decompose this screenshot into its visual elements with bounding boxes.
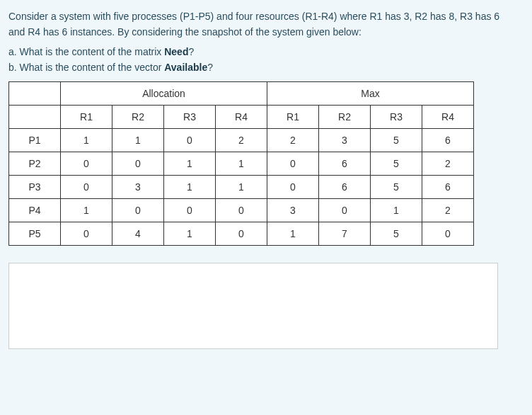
question-a-prefix: a. What is the content of the matrix [8, 46, 164, 57]
row-label: P4 [9, 198, 61, 222]
answer-input-area[interactable] [8, 263, 498, 349]
col-max-r4: R4 [422, 105, 474, 128]
question-b-suffix: ? [207, 62, 213, 73]
max-header: Max [267, 81, 474, 105]
intro-part: Consider a system with five processes (P… [8, 11, 404, 22]
cell: 3 [267, 198, 319, 222]
cell: 1 [164, 222, 216, 245]
cell: 6 [319, 175, 371, 198]
col-max-r2: R2 [319, 105, 371, 128]
table-row: P3 0 3 1 1 0 6 5 6 [9, 175, 474, 198]
cell: 6 [422, 175, 474, 198]
table-row: P1 1 1 0 2 2 3 5 6 [9, 128, 474, 152]
cell: 1 [371, 198, 422, 222]
intro-part: , R3 has [454, 11, 494, 22]
cell: 0 [319, 198, 371, 222]
intro-part: and R4 has [8, 26, 62, 38]
allocation-header: Allocation [61, 81, 267, 105]
cell: 0 [61, 175, 112, 198]
r3-total: 6 [494, 11, 499, 22]
intro-part: instances. By considering the snapshot o… [67, 26, 362, 38]
cell: 1 [164, 175, 216, 198]
question-a-suffix: ? [188, 46, 194, 57]
question-a-bold: Need [164, 46, 188, 57]
cell: 1 [61, 128, 112, 152]
col-alloc-r4: R4 [216, 105, 267, 128]
cell: 5 [371, 175, 422, 198]
cell: 2 [422, 198, 474, 222]
table-row: P4 1 0 0 0 3 0 1 2 [9, 198, 474, 222]
question-a: a. What is the content of the matrix Nee… [8, 46, 524, 57]
cell: 3 [112, 175, 164, 198]
cell: 0 [216, 198, 267, 222]
cell: 0 [61, 152, 112, 175]
cell: 0 [267, 175, 319, 198]
cell: 5 [371, 222, 422, 245]
intro-part: , R2 has [409, 11, 449, 22]
cell: 0 [216, 222, 267, 245]
cell: 1 [164, 152, 216, 175]
cell: 1 [112, 128, 164, 152]
cell: 5 [371, 128, 422, 152]
cell: 7 [319, 222, 371, 245]
cell: 1 [267, 222, 319, 245]
col-alloc-r3: R3 [164, 105, 216, 128]
cell: 6 [422, 128, 474, 152]
corner-empty [9, 105, 61, 128]
cell: 1 [216, 152, 267, 175]
group-header-row: Allocation Max [9, 81, 474, 105]
cell: 1 [61, 198, 112, 222]
cell: 2 [267, 128, 319, 152]
cell: 0 [61, 222, 112, 245]
cell: 5 [371, 152, 422, 175]
row-label: P2 [9, 152, 61, 175]
row-label: P1 [9, 128, 61, 152]
column-header-row: R1 R2 R3 R4 R1 R2 R3 R4 [9, 105, 474, 128]
question-b-prefix: b. What is the content of the vector [8, 62, 164, 73]
row-label: P3 [9, 175, 61, 198]
col-max-r3: R3 [371, 105, 422, 128]
corner-empty [9, 81, 61, 105]
cell: 0 [112, 198, 164, 222]
row-label: P5 [9, 222, 61, 245]
question-b: b. What is the content of the vector Ava… [8, 62, 524, 73]
cell: 2 [216, 128, 267, 152]
cell: 4 [112, 222, 164, 245]
allocation-max-table: Allocation Max R1 R2 R3 R4 R1 R2 R3 R4 P… [8, 81, 474, 246]
cell: 0 [164, 198, 216, 222]
table-row: P5 0 4 1 0 1 7 5 0 [9, 222, 474, 245]
question-b-bold: Available [164, 62, 207, 73]
cell: 0 [267, 152, 319, 175]
cell: 1 [216, 175, 267, 198]
table-row: P2 0 0 1 1 0 6 5 2 [9, 152, 474, 175]
intro-text: Consider a system with five processes (P… [8, 8, 524, 40]
col-max-r1: R1 [267, 105, 319, 128]
cell: 0 [422, 222, 474, 245]
cell: 0 [164, 128, 216, 152]
col-alloc-r2: R2 [112, 105, 164, 128]
col-alloc-r1: R1 [61, 105, 112, 128]
cell: 6 [319, 152, 371, 175]
cell: 0 [112, 152, 164, 175]
cell: 2 [422, 152, 474, 175]
cell: 3 [319, 128, 371, 152]
